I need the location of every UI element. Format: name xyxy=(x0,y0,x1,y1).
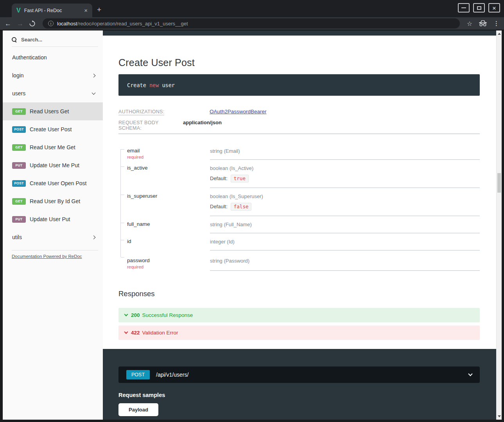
sidebar-item-update-user-put[interactable]: PUT Update User Put xyxy=(3,210,103,228)
refresh-button[interactable] xyxy=(29,20,36,27)
field-type: string (Email) xyxy=(210,148,240,154)
window-minimize-button[interactable] xyxy=(458,3,470,13)
search-icon xyxy=(12,37,17,42)
main-content: Create User Post Create new user AUTHORI… xyxy=(103,30,496,420)
search-divider xyxy=(12,46,98,47)
operation-description-code: Create new user xyxy=(118,74,480,96)
browser-menu-icon[interactable]: ⋮ xyxy=(493,20,499,27)
response-422-bar[interactable]: 422 Validation Error xyxy=(118,325,480,340)
sidebar-item-label: utils xyxy=(12,234,92,240)
schema-divider xyxy=(118,134,480,134)
response-text: Validation Error xyxy=(142,330,178,336)
incognito-icon xyxy=(479,20,487,27)
sidebar-item-users[interactable]: users xyxy=(3,84,103,102)
sidebar-item-label: users xyxy=(12,90,92,97)
sidebar-item-authentication[interactable]: Authentication xyxy=(3,48,103,66)
schema-row-full-name: full_name string (Full_Name) xyxy=(118,216,480,233)
browser-tab[interactable]: V Fast API - ReDoc × xyxy=(12,4,92,17)
required-flag: required xyxy=(127,265,206,269)
field-default: Default:false xyxy=(210,203,480,211)
required-flag: required xyxy=(127,155,206,159)
request-samples-heading: Request samples xyxy=(118,392,480,398)
sidebar-item-create-user-post[interactable]: POST Create User Post xyxy=(3,120,103,138)
code-highlight: new xyxy=(149,82,159,88)
authorizations-row: AUTHORIZATIONS: OAuth2PasswordBearer xyxy=(118,109,480,114)
sidebar-item-label: login xyxy=(12,72,92,79)
chevron-down-icon xyxy=(124,313,128,316)
sidebar-item-read-user-me-get[interactable]: GET Read User Me Get xyxy=(3,138,103,156)
sidebar-item-read-users-get[interactable]: GET Read Users Get xyxy=(3,102,103,120)
redoc-sidebar: Authentication login users GET Read User… xyxy=(3,30,103,420)
method-badge-get: GET xyxy=(12,108,26,115)
sidebar-item-read-user-by-id-get[interactable]: GET Read User By Id Get xyxy=(3,192,103,210)
url-address-bar[interactable]: i localhost/redoc#operation/read_users_a… xyxy=(43,18,460,29)
schema-row-email: email required string (Email) xyxy=(118,143,480,160)
chevron-down-icon xyxy=(124,330,128,334)
sidebar-item-label: Read Users Get xyxy=(30,108,95,114)
oauth2-security-link[interactable]: OAuth2PasswordBearer xyxy=(210,109,267,114)
schema-row-password: password required string (Password) xyxy=(118,250,480,271)
window-close-button[interactable]: × xyxy=(488,3,500,13)
site-info-icon[interactable]: i xyxy=(48,21,54,26)
default-value: true xyxy=(231,175,249,182)
close-icon: × xyxy=(493,5,496,11)
request-body-mime: application/json xyxy=(183,120,222,125)
browser-toolbar: ← → i localhost/redoc#operation/read_use… xyxy=(0,17,504,30)
field-default: Default:true xyxy=(210,175,480,182)
field-name: email xyxy=(127,148,140,154)
payload-tab[interactable]: Payload xyxy=(118,403,158,416)
schema-row-is-superuser: is_superuser boolean (Is_Superuser) Defa… xyxy=(118,188,480,216)
site-favicon-icon: V xyxy=(16,7,21,14)
tab-title: Fast API - ReDoc xyxy=(24,8,83,13)
back-button[interactable]: ← xyxy=(5,20,11,27)
scroll-up-arrow-icon[interactable] xyxy=(498,33,501,35)
sidebar-footer-divider xyxy=(12,250,98,250)
sidebar-item-label: Read User By Id Get xyxy=(30,198,95,204)
schema-row-id: id integer (Id) xyxy=(118,233,480,250)
sidebar-item-update-user-me-put[interactable]: PUT Update User Me Put xyxy=(3,156,103,174)
sidebar-item-create-user-open-post[interactable]: POST Create User Open Post xyxy=(3,174,103,192)
method-badge-post: POST xyxy=(12,180,26,187)
sidebar-item-label: Read User Me Get xyxy=(30,144,95,150)
tree-connector-icon xyxy=(120,143,126,160)
response-200-bar[interactable]: 200 Successful Response xyxy=(118,308,480,322)
sidebar-item-label: Create User Post xyxy=(30,126,95,132)
response-text: Successful Response xyxy=(142,312,193,318)
endpoint-dropdown[interactable]: POST /api/v1/users/ xyxy=(118,367,480,383)
sidebar-item-label: Create User Open Post xyxy=(30,180,95,186)
bookmark-star-icon[interactable]: ☆ xyxy=(467,20,472,27)
browser-titlebar: V Fast API - ReDoc × + × xyxy=(0,0,504,17)
request-body-schema-row: REQUEST BODY SCHEMA: application/json xyxy=(118,120,480,131)
field-type: boolean (Is_Active) xyxy=(210,165,253,171)
search-input[interactable] xyxy=(21,37,84,43)
sidebar-item-login[interactable]: login xyxy=(3,66,103,84)
redoc-attribution-link[interactable]: Documentation Powered by ReDoc xyxy=(12,254,103,259)
tab-close-icon[interactable]: × xyxy=(83,7,89,14)
tree-connector-icon xyxy=(120,160,126,188)
chevron-right-icon xyxy=(92,73,96,77)
scrollbar-thumb[interactable] xyxy=(497,173,501,193)
chevron-down-icon xyxy=(468,372,472,376)
method-badge-put: PUT xyxy=(12,162,26,169)
field-name: full_name xyxy=(127,221,150,227)
response-code: 422 xyxy=(131,330,140,336)
default-value: false xyxy=(231,203,252,211)
tree-connector-icon xyxy=(120,216,126,233)
operation-title: Create User Post xyxy=(118,57,480,68)
scroll-down-arrow-icon[interactable] xyxy=(498,415,501,417)
endpoint-path: /api/v1/users/ xyxy=(156,372,469,378)
sidebar-item-utils[interactable]: utils xyxy=(3,228,103,246)
method-badge-get: GET xyxy=(12,198,26,205)
field-type: string (Full_Name) xyxy=(210,222,252,227)
authorizations-label: AUTHORIZATIONS: xyxy=(118,109,210,114)
page-scrollbar[interactable] xyxy=(496,30,502,420)
new-tab-button[interactable]: + xyxy=(97,5,101,14)
previous-section-edge xyxy=(103,30,496,36)
tree-connector-icon xyxy=(120,233,126,250)
field-name: is_active xyxy=(127,165,148,171)
window-maximize-button[interactable] xyxy=(473,3,485,13)
response-code: 200 xyxy=(131,312,140,318)
method-badge-put: PUT xyxy=(12,216,26,223)
tree-connector-icon xyxy=(120,188,126,216)
maximize-icon xyxy=(477,6,481,10)
